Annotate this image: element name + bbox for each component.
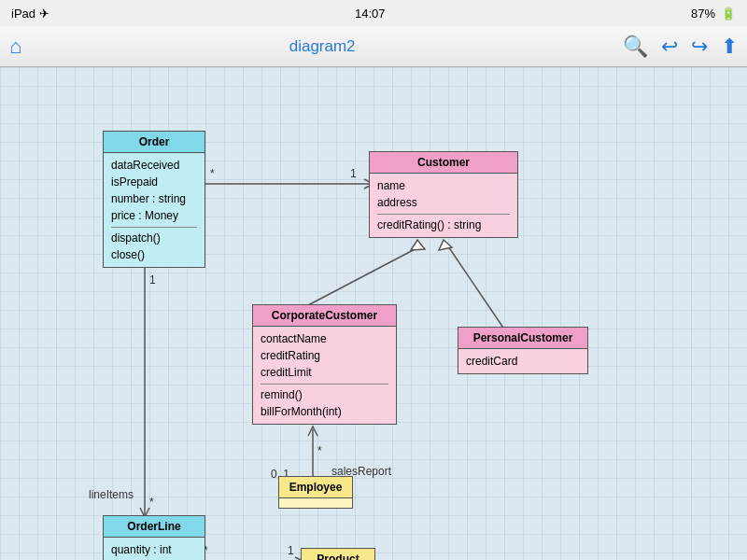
orderline-header: OrderLine [104,516,204,538]
product-header: Product [302,549,374,560]
svg-text:*: * [317,444,322,457]
battery-text: 87% [691,7,715,21]
svg-text:*: * [149,496,154,509]
personal-customer-class[interactable]: PersonalCustomer creditCard [458,327,588,374]
employee-body [279,498,352,508]
customer-class[interactable]: Customer name address creditRating() : s… [369,151,518,238]
carrier-text: iPad ✈ [11,7,49,21]
redo-button[interactable]: ↪ [691,35,708,59]
status-left: iPad ✈ [11,7,49,21]
personal-customer-header: PersonalCustomer [458,328,587,349]
corporate-customer-body: contactName creditRating creditLimit rem… [253,327,396,424]
status-bar: iPad ✈ 14:07 87% 🔋 [0,0,747,26]
svg-marker-10 [439,240,452,250]
personal-customer-body: creditCard [458,349,587,373]
undo-button[interactable]: ↩ [661,35,678,59]
employee-class[interactable]: Employee [278,476,353,509]
svg-line-9 [448,246,507,333]
product-class[interactable]: Product [301,548,375,560]
orderline-class[interactable]: OrderLine quantity : int price : Money i… [103,515,205,560]
svg-marker-8 [411,240,425,250]
order-class-body: dataReceived isPrepaid number : string p… [104,153,204,267]
svg-text:1: 1 [149,273,156,287]
status-time: 14:07 [355,7,386,21]
diagram-title: diagram2 [289,37,356,56]
toolbar: ⌂ diagram2 🔍 ↩ ↪ ⬆ [0,26,747,67]
search-button[interactable]: 🔍 [623,35,648,59]
svg-text:1: 1 [350,167,357,180]
order-class[interactable]: Order dataReceived isPrepaid number : st… [103,131,205,268]
employee-header: Employee [279,477,352,498]
svg-text:lineItems: lineItems [89,488,134,501]
svg-text:1: 1 [288,544,294,557]
corporate-customer-header: CorporateCustomer [253,305,396,327]
battery-icon: 🔋 [721,7,736,21]
customer-class-body: name address creditRating() : string [370,174,517,237]
svg-line-7 [308,246,420,305]
orderline-body: quantity : int price : Money isSatisfied… [104,538,204,560]
status-right: 87% 🔋 [691,7,736,21]
corporate-customer-class[interactable]: CorporateCustomer contactName creditRati… [252,304,397,425]
toolbar-left: ⌂ [9,35,21,59]
home-button[interactable]: ⌂ [9,35,21,59]
order-class-header: Order [104,132,204,153]
customer-class-header: Customer [370,152,517,174]
share-button[interactable]: ⬆ [721,35,738,59]
diagram-canvas[interactable]: * 1 1 * lineItems 0..1 * salesReport [0,67,747,560]
toolbar-right: 🔍 ↩ ↪ ⬆ [623,35,738,59]
svg-text:*: * [210,167,215,180]
